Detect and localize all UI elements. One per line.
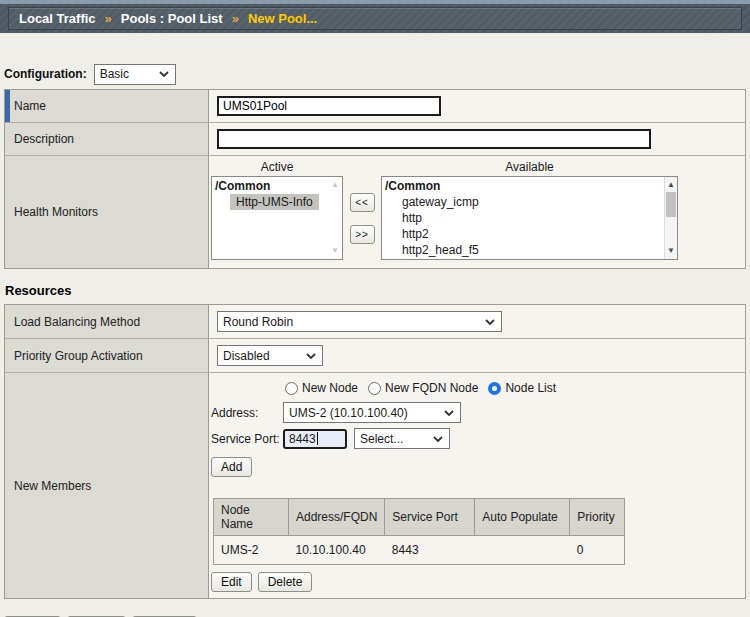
list-item[interactable]: Http-UMS-Info xyxy=(230,194,342,210)
scrollbar-thumb[interactable] xyxy=(666,192,676,217)
breadcrumb-new-pool: New Pool... xyxy=(248,11,317,26)
resources-table: Load Balancing Method Round Robin Priori… xyxy=(4,304,746,599)
new-members-label: New Members xyxy=(14,479,91,493)
address-label: Address: xyxy=(211,406,283,420)
available-partition-group: /Common xyxy=(382,177,677,194)
resources-section-title: Resources xyxy=(5,283,750,298)
column-header-node-name: Node Name xyxy=(214,499,289,536)
service-port-value: 8443 xyxy=(289,432,316,446)
column-header-auto-populate: Auto Populate xyxy=(475,499,570,536)
configuration-label: Configuration: xyxy=(4,67,87,81)
configuration-row: Configuration: Basic xyxy=(4,63,750,85)
load-balancing-select-value: Round Robin xyxy=(223,315,293,329)
scroll-up-icon: ▲ xyxy=(331,181,339,189)
members-table: Node Name Address/FQDN Service Port Auto… xyxy=(213,498,625,565)
breadcrumb: Local Traffic » Pools : Pool List » New … xyxy=(8,7,742,30)
priority-group-label: Priority Group Activation xyxy=(14,349,143,363)
configuration-select[interactable]: Basic xyxy=(94,64,176,85)
scrollbar[interactable]: ▲ ▼ xyxy=(664,177,677,259)
new-members-label-cell: New Members xyxy=(5,373,209,598)
column-header-priority: Priority xyxy=(570,499,625,536)
health-monitors-label: Health Monitors xyxy=(14,205,98,219)
table-row[interactable]: UMS-2 10.10.100.40 8443 0 xyxy=(214,536,625,565)
radio-node-list-label[interactable]: Node List xyxy=(505,381,556,395)
chevron-down-icon xyxy=(433,436,443,442)
radio-new-node[interactable] xyxy=(285,382,298,395)
scroll-up-icon[interactable]: ▲ xyxy=(665,181,677,189)
name-input[interactable] xyxy=(217,96,441,116)
load-balancing-label-cell: Load Balancing Method xyxy=(5,305,209,338)
priority-group-row: Priority Group Activation Disabled xyxy=(5,339,745,373)
address-select-value: UMS-2 (10.10.100.40) xyxy=(289,406,408,420)
text-cursor xyxy=(317,432,318,445)
priority-group-label-cell: Priority Group Activation xyxy=(5,339,209,372)
address-select[interactable]: UMS-2 (10.10.100.40) xyxy=(283,402,461,423)
cell-auto-populate xyxy=(475,536,570,565)
list-item[interactable]: gateway_icmp xyxy=(382,194,677,210)
breadcrumb-separator-icon: » xyxy=(105,11,112,26)
load-balancing-label: Load Balancing Method xyxy=(14,315,140,329)
column-header-service-port: Service Port xyxy=(385,499,475,536)
new-members-row: New Members New Node New FQDN Node Node … xyxy=(5,373,745,598)
active-monitors-listbox[interactable]: /Common Http-UMS-Info ▲ ▼ xyxy=(211,176,343,260)
column-header-address: Address/FQDN xyxy=(289,499,385,536)
radio-new-fqdn-node[interactable] xyxy=(368,382,381,395)
name-label: Name xyxy=(14,99,46,113)
load-balancing-select[interactable]: Round Robin xyxy=(217,311,502,332)
available-list-heading: Available xyxy=(381,160,678,174)
chevron-down-icon xyxy=(444,410,454,416)
name-row: Name xyxy=(5,90,745,123)
move-to-active-button[interactable]: << xyxy=(350,193,375,212)
delete-button[interactable]: Delete xyxy=(258,572,313,592)
service-port-input[interactable]: 8443 xyxy=(283,429,347,449)
priority-group-select-value: Disabled xyxy=(223,349,270,363)
radio-new-node-label[interactable]: New Node xyxy=(302,381,358,395)
service-port-select-value: Select... xyxy=(360,432,403,446)
description-label-cell: Description xyxy=(5,123,209,155)
list-item[interactable]: http2 xyxy=(382,226,677,242)
service-port-label: Service Port: xyxy=(211,432,283,446)
top-navigation-bar: Local Traffic » Pools : Pool List » New … xyxy=(0,0,750,33)
cell-node-name: UMS-2 xyxy=(214,536,289,565)
cell-service-port: 8443 xyxy=(385,536,475,565)
health-monitors-label-cell: Health Monitors xyxy=(5,156,209,268)
service-port-select[interactable]: Select... xyxy=(354,428,450,449)
cell-address: 10.10.100.40 xyxy=(289,536,385,565)
chevron-down-icon xyxy=(159,71,169,77)
description-label: Description xyxy=(14,132,74,146)
members-table-header-row: Node Name Address/FQDN Service Port Auto… xyxy=(214,499,625,536)
general-properties-table: Name Description Health Monitors Active … xyxy=(4,89,746,269)
list-item[interactable]: http2_head_f5 xyxy=(382,242,677,258)
name-label-cell: Name xyxy=(5,90,209,122)
cell-priority: 0 xyxy=(570,536,625,565)
move-to-available-button[interactable]: >> xyxy=(350,225,375,244)
scroll-down-icon[interactable]: ▼ xyxy=(665,247,677,255)
active-monitor-selected[interactable]: Http-UMS-Info xyxy=(230,194,319,210)
breadcrumb-pool-list[interactable]: Pools : Pool List xyxy=(121,11,223,26)
priority-group-select[interactable]: Disabled xyxy=(217,345,323,366)
member-type-radio-group: New Node New FQDN Node Node List xyxy=(285,381,737,395)
scroll-down-icon: ▼ xyxy=(331,247,339,255)
active-list-heading: Active xyxy=(211,160,343,174)
edit-button[interactable]: Edit xyxy=(211,572,252,592)
list-item[interactable]: http xyxy=(382,210,677,226)
add-button[interactable]: Add xyxy=(211,457,252,477)
health-monitors-row: Health Monitors Active Available /Common… xyxy=(5,156,745,268)
chevron-down-icon xyxy=(485,319,495,325)
description-input[interactable] xyxy=(217,129,651,149)
description-row: Description xyxy=(5,123,745,156)
configuration-select-value: Basic xyxy=(100,67,129,81)
load-balancing-row: Load Balancing Method Round Robin xyxy=(5,305,745,339)
radio-new-fqdn-node-label[interactable]: New FQDN Node xyxy=(385,381,478,395)
breadcrumb-separator-icon: » xyxy=(232,11,239,26)
radio-node-list[interactable] xyxy=(488,382,501,395)
chevron-down-icon xyxy=(306,353,316,359)
available-monitors-listbox[interactable]: /Common gateway_icmp http http2 http2_he… xyxy=(381,176,678,260)
active-partition-group: /Common xyxy=(212,177,342,194)
breadcrumb-local-traffic[interactable]: Local Traffic xyxy=(19,11,96,26)
